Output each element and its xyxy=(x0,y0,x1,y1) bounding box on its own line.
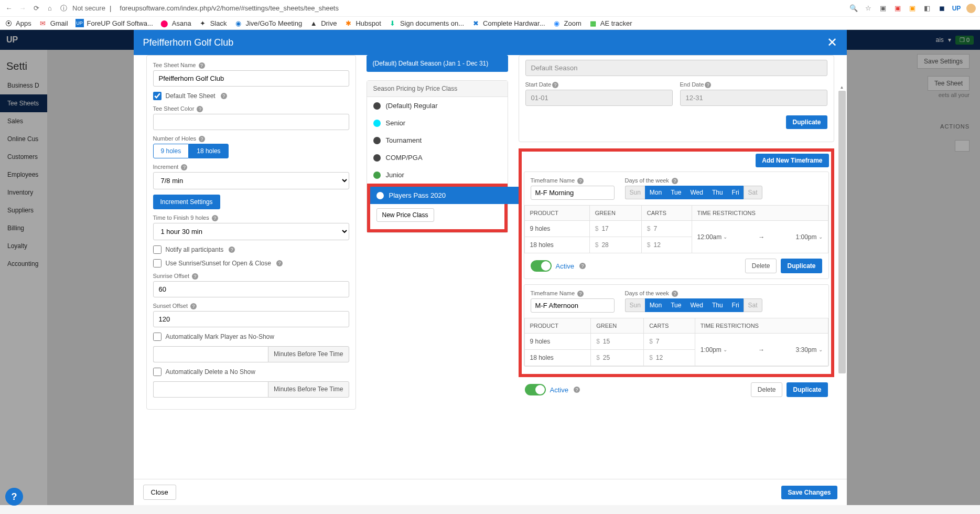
extension-icon[interactable]: ◧ xyxy=(922,4,932,13)
notify-checkbox[interactable] xyxy=(153,245,161,254)
time-to-finish-select[interactable]: 1 hour 30 min xyxy=(153,223,349,240)
day-button-wed[interactable]: Wed xyxy=(685,186,707,199)
active-toggle[interactable] xyxy=(525,384,546,395)
extension-icon[interactable]: ▣ xyxy=(893,4,902,13)
zoom-icon[interactable]: 🔍 xyxy=(849,4,858,13)
help-bubble[interactable]: ? xyxy=(5,488,23,505)
delete-timeframe-button[interactable]: Delete xyxy=(751,382,783,397)
help-icon[interactable]: ? xyxy=(579,263,586,269)
sunrise-checkbox[interactable] xyxy=(153,259,161,267)
help-icon[interactable]: ? xyxy=(672,178,678,184)
slack-bookmark[interactable]: ✦Slack xyxy=(199,19,227,27)
holes-18-button[interactable]: 18 holes xyxy=(189,144,228,158)
forward-icon[interactable]: → xyxy=(18,4,27,13)
help-icon[interactable]: ? xyxy=(221,93,227,99)
increment-settings-button[interactable]: Increment Settings xyxy=(153,195,220,209)
carts-cell[interactable]: $7 xyxy=(644,334,695,350)
help-icon[interactable]: ? xyxy=(197,106,203,112)
close-icon[interactable]: ✕ xyxy=(827,35,837,50)
hubspot-bookmark[interactable]: ✱Hubspot xyxy=(344,19,381,27)
tee-sheet-name-input[interactable] xyxy=(153,70,349,87)
apps-bookmark[interactable]: ⦿Apps xyxy=(4,19,31,27)
help-icon[interactable]: ? xyxy=(574,387,580,393)
close-button[interactable]: Close xyxy=(143,485,176,500)
day-button-mon[interactable]: Mon xyxy=(645,298,666,312)
day-button-sun[interactable]: Sun xyxy=(625,298,645,312)
day-button-sat[interactable]: Sat xyxy=(744,186,762,199)
sunset-offset-input[interactable] xyxy=(153,311,349,327)
sunrise-offset-input[interactable] xyxy=(153,281,349,297)
duplicate-timeframe-button[interactable]: Duplicate xyxy=(787,382,827,397)
time-to-select[interactable]: 1:00pm ⌄ xyxy=(795,233,822,241)
green-cell[interactable]: $25 xyxy=(591,350,644,366)
price-class-comp[interactable]: COMP/PGA xyxy=(367,149,508,166)
foreup-bookmark[interactable]: UPForeUP Golf Softwa... xyxy=(76,19,153,27)
delete-timeframe-button[interactable]: Delete xyxy=(745,259,777,273)
active-toggle[interactable] xyxy=(531,260,552,272)
duplicate-season-button[interactable]: Duplicate xyxy=(786,115,827,129)
help-icon[interactable]: ? xyxy=(192,273,198,280)
foreup-icon[interactable]: UP xyxy=(952,4,961,13)
help-icon[interactable]: ? xyxy=(199,62,205,69)
reload-icon[interactable]: ⟳ xyxy=(31,4,41,13)
carts-cell[interactable]: $7 xyxy=(641,221,692,237)
day-button-sat[interactable]: Sat xyxy=(744,298,762,312)
back-icon[interactable]: ← xyxy=(4,4,14,13)
gmail-bookmark[interactable]: ✉Gmail xyxy=(39,19,68,27)
help-icon[interactable]: ? xyxy=(212,215,218,221)
zoom-bookmark[interactable]: ◉Zoom xyxy=(553,19,581,27)
day-button-mon[interactable]: Mon xyxy=(645,186,666,199)
noshow-minutes-input[interactable] xyxy=(153,346,268,362)
new-price-class-button[interactable]: New Price Class xyxy=(376,208,434,222)
holes-9-button[interactable]: 9 holes xyxy=(153,144,189,158)
green-cell[interactable]: $15 xyxy=(591,334,644,350)
help-icon[interactable]: ? xyxy=(552,82,558,88)
day-button-thu[interactable]: Thu xyxy=(707,298,727,312)
help-icon[interactable]: ? xyxy=(276,260,283,266)
price-class-junior[interactable]: Junior xyxy=(367,166,508,184)
help-icon[interactable]: ? xyxy=(229,247,235,253)
auto-delete-checkbox[interactable] xyxy=(153,368,161,376)
carts-cell[interactable]: $12 xyxy=(644,350,695,366)
jive-bookmark[interactable]: ◉Jive/GoTo Meeting xyxy=(234,19,302,27)
green-cell[interactable]: $17 xyxy=(589,221,641,237)
season-banner[interactable]: (Default) Default Season (Jan 1 - Dec 31… xyxy=(367,55,508,72)
default-tee-sheet-checkbox[interactable] xyxy=(153,92,161,100)
extension-icon[interactable]: ▣ xyxy=(878,4,888,13)
duplicate-timeframe-button[interactable]: Duplicate xyxy=(781,259,822,273)
help-icon[interactable]: ? xyxy=(181,164,187,170)
timeframe-name-input[interactable] xyxy=(531,186,615,200)
extension-icon[interactable]: ▣ xyxy=(908,4,917,13)
green-cell[interactable]: $28 xyxy=(589,237,641,253)
day-button-fri[interactable]: Fri xyxy=(727,186,744,199)
noshow-checkbox[interactable] xyxy=(153,333,161,341)
help-icon[interactable]: ? xyxy=(190,303,197,309)
time-from-select[interactable]: 12:00am ⌄ xyxy=(697,233,728,241)
star-icon[interactable]: ☆ xyxy=(864,4,873,13)
price-class-regular[interactable]: (Default) Regular xyxy=(367,97,508,114)
auto-delete-minutes-input[interactable] xyxy=(153,381,268,398)
day-button-tue[interactable]: Tue xyxy=(666,186,685,199)
day-button-thu[interactable]: Thu xyxy=(707,186,727,199)
home-icon[interactable]: ⌂ xyxy=(45,4,55,13)
scroll-thumb[interactable] xyxy=(838,91,846,373)
increment-select[interactable]: 7/8 min xyxy=(153,172,349,189)
help-icon[interactable]: ? xyxy=(199,136,205,142)
tee-sheet-color-input[interactable] xyxy=(153,114,349,130)
help-icon[interactable]: ? xyxy=(577,291,584,297)
asana-bookmark[interactable]: ⬤Asana xyxy=(160,19,191,27)
docs-bookmark[interactable]: ⬇Sign documents on... xyxy=(389,19,464,27)
extension-icon[interactable]: ◼ xyxy=(937,4,946,13)
time-from-select[interactable]: 1:00pm ⌄ xyxy=(701,346,727,354)
scrollbar[interactable]: ▲ xyxy=(838,83,846,460)
time-to-select[interactable]: 3:30pm ⌄ xyxy=(795,346,822,354)
profile-avatar[interactable] xyxy=(966,4,976,13)
day-button-tue[interactable]: Tue xyxy=(666,298,685,312)
price-class-senior[interactable]: Senior xyxy=(367,114,508,132)
help-icon[interactable]: ? xyxy=(672,291,678,297)
day-button-sun[interactable]: Sun xyxy=(625,186,645,199)
scroll-up-icon[interactable]: ▲ xyxy=(838,83,846,91)
day-button-fri[interactable]: Fri xyxy=(727,298,744,312)
drive-bookmark[interactable]: ▲Drive xyxy=(309,19,337,27)
ae-bookmark[interactable]: ▦AE tracker xyxy=(589,19,632,27)
